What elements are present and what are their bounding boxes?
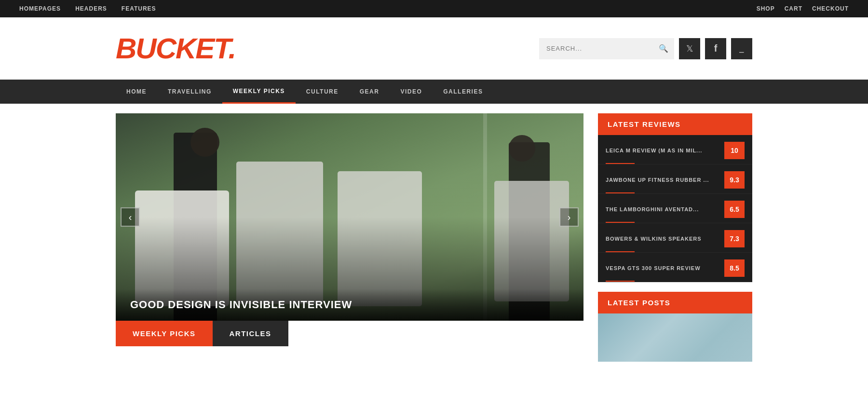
review-item: JAWBONE UP FITNESS RUBBER ... 9.3 [598,164,752,194]
topbar-shop[interactable]: SHOP [757,5,775,12]
topbar-features[interactable]: FEATURES [122,5,156,12]
nav-weekly-picks[interactable]: WEEKLY PICKS [222,80,296,104]
tab-articles[interactable]: ARTICLES [213,321,288,346]
review-list: LEICA M REVIEW (M AS IN MIL... 10 JAWBON… [598,135,752,282]
topbar-headers[interactable]: HEADERS [75,5,107,12]
rss-button[interactable]: ⎯ [731,38,752,59]
slider-image: ‹ › GOOD DESIGN IS INVISIBLE INTERVIEW [116,113,583,321]
top-bar-left: HOMEPAGES HEADERS FEATURES [19,5,156,12]
latest-posts-image [598,313,752,362]
slider-caption-text: GOOD DESIGN IS INVISIBLE INTERVIEW [130,299,569,311]
latest-posts-title: LATEST POSTS [598,292,752,313]
review-score: 9.3 [724,171,745,189]
review-title[interactable]: THE LAMBORGHINI AVENTAD... [606,206,724,212]
top-bar-right: SHOP CART CHECKOUT [757,5,849,12]
review-item: VESPA GTS 300 SUPER REVIEW 8.5 [598,253,752,282]
review-item: BOWERS & WILKINS SPEAKERS 7.3 [598,223,752,253]
nav-gear[interactable]: GEAR [349,80,390,104]
topbar-cart[interactable]: CART [785,5,802,12]
review-score: 8.5 [724,259,745,277]
nav-travelling[interactable]: TRAVELLING [157,80,222,104]
review-title[interactable]: VESPA GTS 300 SUPER REVIEW [606,265,724,271]
latest-reviews-section: LATEST REVIEWS LEICA M REVIEW (M AS IN M… [598,113,752,282]
latest-posts-content [598,313,752,362]
topbar-checkout[interactable]: CHECKOUT [812,5,849,12]
slider-prev-button[interactable]: ‹ [121,207,140,227]
review-item: LEICA M REVIEW (M AS IN MIL... 10 [598,135,752,164]
nav-video[interactable]: VIDEO [390,80,433,104]
review-title[interactable]: JAWBONE UP FITNESS RUBBER ... [606,177,724,183]
review-score: 7.3 [724,230,745,247]
slider-tabs: WEEKLY PICKS ARTICLES [116,321,583,346]
slider-area: ‹ › GOOD DESIGN IS INVISIBLE INTERVIEW W… [116,113,583,371]
nav-galleries[interactable]: GALLERIES [433,80,493,104]
search-box: 🔍 [539,38,674,59]
main-nav: HOME TRAVELLING WEEKLY PICKS CULTURE GEA… [0,80,868,104]
facebook-button[interactable]: f [705,38,726,59]
nav-culture[interactable]: CULTURE [296,80,349,104]
slider-caption: GOOD DESIGN IS INVISIBLE INTERVIEW [116,289,583,321]
review-score: 10 [724,142,745,159]
sidebar: LATEST REVIEWS LEICA M REVIEW (M AS IN M… [598,113,752,371]
content: ‹ › GOOD DESIGN IS INVISIBLE INTERVIEW W… [0,104,868,381]
site-logo[interactable]: BUCKET. [116,32,235,65]
search-input[interactable] [539,45,653,52]
tab-weekly-picks[interactable]: WEEKLY PICKS [116,321,213,346]
header-right: 🔍 𝕏 f ⎯ [539,38,752,59]
review-title[interactable]: LEICA M REVIEW (M AS IN MIL... [606,148,724,153]
review-score: 6.5 [724,201,745,218]
topbar-homepages[interactable]: HOMEPAGES [19,5,61,12]
header: BUCKET. 🔍 𝕏 f ⎯ [0,17,868,80]
slider-next-button[interactable]: › [559,207,579,227]
twitter-button[interactable]: 𝕏 [679,38,700,59]
latest-posts-section: LATEST POSTS [598,292,752,362]
latest-reviews-title: LATEST REVIEWS [598,113,752,135]
review-item: THE LAMBORGHINI AVENTAD... 6.5 [598,194,752,223]
search-button[interactable]: 🔍 [653,44,674,53]
top-bar: HOMEPAGES HEADERS FEATURES SHOP CART CHE… [0,0,868,17]
review-title[interactable]: BOWERS & WILKINS SPEAKERS [606,236,724,242]
nav-home[interactable]: HOME [116,80,157,104]
